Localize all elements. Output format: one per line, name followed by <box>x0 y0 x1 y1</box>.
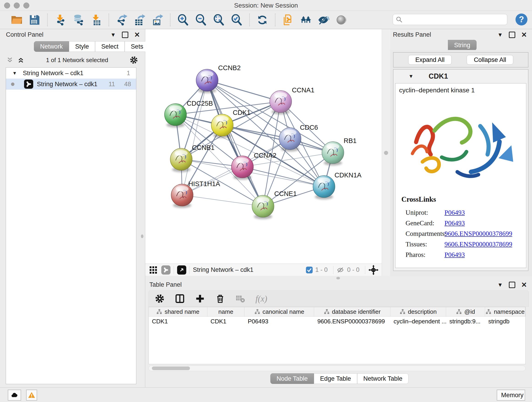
crosslink-link[interactable]: P06493 <box>444 209 465 216</box>
clone-network-icon[interactable] <box>282 14 294 26</box>
node-description: cyclin–dependent kinase 1 <box>399 87 526 94</box>
tab-string[interactable]: String <box>448 40 476 51</box>
table-cell: stringdb <box>485 317 525 326</box>
column-header-shared-name[interactable]: shared name <box>149 307 207 316</box>
crosslink-link[interactable]: P06493 <box>444 251 465 259</box>
scrollbar-thumb[interactable] <box>152 366 190 370</box>
table-panel-float-icon[interactable]: ▼ <box>497 282 503 288</box>
pan-crosshair-icon[interactable] <box>368 265 379 275</box>
selected-checkbox-icon[interactable] <box>306 266 313 274</box>
section-collapse-icon[interactable]: ▼ <box>409 73 413 79</box>
collapse-all-button[interactable]: Collapse All <box>467 55 513 65</box>
help-icon[interactable]: ? <box>515 13 527 26</box>
table-horizontal-scrollbar[interactable] <box>148 366 526 371</box>
network-view-share-icon[interactable] <box>161 265 171 274</box>
graph-edge[interactable] <box>182 80 207 195</box>
network-canvas[interactable]: CCNB2CCNA1CDC25BCDK1CDC6RB1CCNB1CCNA2CDK… <box>145 29 382 264</box>
show-all-icon[interactable] <box>336 14 347 26</box>
column-header-database-identifier[interactable]: database identifier <box>314 307 390 316</box>
network-row[interactable]: String Network – cdk1 11 48 <box>6 79 136 89</box>
column-header-label: @id <box>464 308 475 315</box>
import-network-from-file-icon[interactable] <box>55 14 66 26</box>
open-session-icon[interactable] <box>11 14 22 26</box>
main-toolbar: ? <box>0 11 532 29</box>
expand-all-button[interactable]: Expand All <box>408 55 452 65</box>
control-panel: Control Panel ▼ ✕ Network Style Select S… <box>0 29 145 387</box>
results-panel-maximize-icon[interactable] <box>509 32 515 38</box>
zoom-fit-content-icon[interactable] <box>213 14 225 26</box>
create-column-plus-icon[interactable] <box>195 294 205 304</box>
refresh-view-icon[interactable] <box>257 14 268 26</box>
first-neighbors-icon[interactable] <box>300 14 312 26</box>
tab-edge-table[interactable]: Edge Table <box>314 373 357 384</box>
canvas-results-splitter[interactable] <box>382 29 391 276</box>
network-options-gear-icon[interactable] <box>129 56 138 64</box>
import-network-from-database-icon[interactable] <box>72 14 84 26</box>
export-image-icon[interactable] <box>152 14 163 26</box>
tab-node-table[interactable]: Node Table <box>270 373 314 384</box>
separator <box>190 266 190 274</box>
table-panel-maximize-icon[interactable] <box>509 282 515 288</box>
hide-selected-icon[interactable] <box>318 14 329 26</box>
graph-edge[interactable] <box>182 195 263 206</box>
column-header-@id[interactable]: @id <box>446 307 485 316</box>
splitter-handle[interactable] <box>336 277 340 279</box>
crosslink-row: Tissues:9606.ENSP00000378699 <box>405 239 522 249</box>
cloud-status-icon[interactable] <box>8 390 21 401</box>
control-panel-maximize-icon[interactable] <box>122 32 128 38</box>
crosslink-label: Tissues: <box>405 240 444 248</box>
hidden-count: 0 - 0 <box>347 266 360 274</box>
column-header-canonical-name[interactable]: canonical name <box>244 307 314 316</box>
results-panel-float-icon[interactable]: ▼ <box>497 32 503 38</box>
expand-all-networks-icon[interactable] <box>17 57 25 64</box>
birds-eye-view-icon[interactable] <box>177 265 186 274</box>
tab-network[interactable]: Network <box>34 41 69 52</box>
zoom-in-icon[interactable] <box>177 14 189 26</box>
hidden-eye-icon[interactable] <box>336 266 345 274</box>
warning-icon[interactable] <box>26 390 37 401</box>
show-columns-icon[interactable] <box>175 294 185 304</box>
node-name: CDK1 <box>429 72 448 80</box>
column-header-namespace[interactable]: namespace <box>485 307 525 316</box>
network-collection-row[interactable]: ▼ String Network – cdk1 1 <box>6 68 136 79</box>
zoom-out-icon[interactable] <box>195 14 207 26</box>
graph-edge[interactable] <box>207 80 281 102</box>
search-input[interactable] <box>403 16 507 23</box>
splitter-handle[interactable] <box>384 151 388 155</box>
table-row[interactable]: CDK1CDK1P064939606.ENSP00000378699cyclin… <box>149 317 525 326</box>
zoom-selected-icon[interactable] <box>231 14 242 26</box>
network-node-count: 11 <box>109 81 115 88</box>
results-panel-close-icon[interactable]: ✕ <box>521 32 527 38</box>
control-panel-close-icon[interactable]: ✕ <box>134 32 140 38</box>
table-options-gear-icon[interactable] <box>155 294 165 304</box>
collapse-all-networks-icon[interactable] <box>6 57 14 64</box>
crosslink-link[interactable]: 9606.ENSP00000378699 <box>444 230 512 237</box>
tab-style[interactable]: Style <box>69 41 95 52</box>
control-panel-splitter-handle[interactable] <box>141 235 143 238</box>
crosslink-link[interactable]: 9606.ENSP00000378699 <box>444 240 512 248</box>
graph-node-label: CCNA2 <box>254 152 276 159</box>
crosslink-label: Pharos: <box>405 251 444 259</box>
memory-status-button[interactable]: Memory <box>497 390 525 401</box>
table-cell: CDK1 <box>149 317 207 326</box>
save-session-icon[interactable] <box>29 14 40 26</box>
network-view-title: String Network – cdk1 <box>193 266 253 274</box>
table-panel-close-icon[interactable]: ✕ <box>521 281 527 288</box>
tab-network-table[interactable]: Network Table <box>357 373 409 384</box>
import-table-from-file-icon[interactable] <box>90 14 102 26</box>
column-header-name[interactable]: name <box>207 307 245 316</box>
control-panel-tabs: Network Style Select Sets <box>34 41 149 52</box>
tab-select[interactable]: Select <box>95 41 125 52</box>
column-header-description[interactable]: description <box>390 307 446 316</box>
export-table-icon[interactable] <box>134 14 145 26</box>
crosslink-link[interactable]: P06493 <box>444 219 465 227</box>
collection-expand-icon[interactable]: ▼ <box>12 70 17 76</box>
canvas-table-splitter[interactable] <box>145 276 532 280</box>
export-network-icon[interactable] <box>116 14 127 26</box>
table-cell: cyclin–dependent ... <box>390 317 446 326</box>
network-icon <box>24 80 33 89</box>
grid-view-icon[interactable] <box>149 266 158 274</box>
graph-node-label: CDC25B <box>187 100 213 107</box>
delete-column-trash-icon[interactable] <box>215 294 225 304</box>
control-panel-float-icon[interactable]: ▼ <box>110 32 116 38</box>
